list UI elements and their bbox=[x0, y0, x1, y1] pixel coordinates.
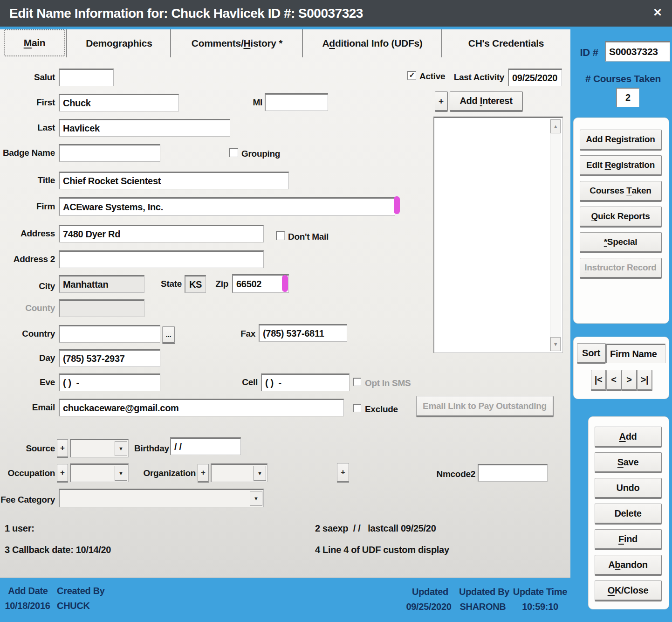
nmcode2-field[interactable] bbox=[478, 464, 548, 482]
window-title: Edit Name Information for: Chuck Havlice… bbox=[9, 6, 363, 21]
save-button[interactable]: Save bbox=[595, 452, 662, 473]
add-button[interactable]: Add bbox=[595, 427, 662, 448]
updated-value: 09/25/2020 bbox=[405, 601, 453, 612]
source-plus-button[interactable]: + bbox=[57, 439, 68, 458]
opt-in-sms-checkbox[interactable] bbox=[353, 378, 361, 386]
organization-dropdown[interactable]: ▼ bbox=[211, 463, 267, 482]
country-field[interactable] bbox=[59, 325, 160, 343]
county-field[interactable] bbox=[59, 299, 144, 317]
instructor-record-button[interactable]: Instructor Record bbox=[580, 258, 662, 279]
created-by-value: CHUCK bbox=[57, 601, 103, 611]
tab-comments-history[interactable]: Comments/History * bbox=[170, 29, 303, 57]
abandon-button[interactable]: Abandon bbox=[595, 555, 662, 576]
update-time-value: 10:59:10 bbox=[518, 601, 562, 612]
active-checkbox[interactable]: ✓ bbox=[407, 71, 416, 80]
add-registration-button[interactable]: Add Registration bbox=[580, 130, 662, 151]
find-button[interactable]: Find bbox=[595, 529, 662, 550]
updated-label: Updated bbox=[410, 587, 450, 597]
extra-plus-button[interactable]: + bbox=[337, 463, 349, 483]
salut-label: Salut bbox=[0, 72, 55, 83]
tab-demographics[interactable]: Demographics bbox=[66, 29, 171, 57]
exclude-checkbox[interactable] bbox=[353, 404, 361, 412]
cell-phone-field[interactable]: ( ) - bbox=[261, 373, 350, 391]
main-panel: Main Demographics Comments/History * Add… bbox=[0, 29, 570, 578]
fax-field[interactable]: (785) 537-6811 bbox=[259, 324, 347, 342]
interest-listbox[interactable]: ▲ ▼ bbox=[433, 117, 563, 353]
tab-main[interactable]: Main bbox=[4, 29, 65, 56]
mi-field[interactable] bbox=[265, 93, 328, 111]
fee-category-label: Fee Category bbox=[0, 495, 55, 505]
source-dropdown[interactable]: ▼ bbox=[70, 439, 129, 457]
dropdown-arrow-icon[interactable]: ▼ bbox=[115, 441, 127, 456]
state-label: State bbox=[154, 279, 182, 289]
source-label: Source bbox=[0, 443, 55, 454]
window-titlebar: Edit Name Information for: Chuck Havlice… bbox=[0, 0, 672, 27]
eve-label: Eve bbox=[0, 377, 55, 387]
birthday-field[interactable]: / / bbox=[170, 437, 241, 455]
organization-plus-button[interactable]: + bbox=[198, 464, 209, 483]
last-activity-field[interactable]: 09/25/2020 bbox=[508, 69, 562, 86]
active-label: Active bbox=[419, 71, 452, 82]
address-label: Address bbox=[0, 228, 55, 239]
salut-field[interactable] bbox=[59, 69, 114, 86]
address2-field[interactable] bbox=[59, 250, 264, 268]
fee-category-dropdown[interactable]: ▼ bbox=[59, 489, 264, 507]
quick-reports-button[interactable]: Quick Reports bbox=[580, 207, 662, 228]
county-label: County bbox=[0, 303, 55, 313]
close-icon[interactable]: ✕ bbox=[649, 4, 666, 21]
zip-field[interactable]: 66502 bbox=[232, 274, 289, 293]
state-field[interactable]: KS bbox=[185, 275, 206, 293]
update-time-label: Update Time bbox=[513, 587, 568, 597]
nav-first-button[interactable]: |< bbox=[591, 370, 606, 391]
scroll-down-icon[interactable]: ▼ bbox=[550, 337, 561, 351]
city-field[interactable]: Manhattan bbox=[59, 275, 144, 293]
nav-last-button[interactable]: >| bbox=[637, 370, 652, 391]
undo-button[interactable]: Undo bbox=[595, 478, 662, 499]
occupation-plus-button[interactable]: + bbox=[57, 464, 68, 483]
dropdown-arrow-icon[interactable]: ▼ bbox=[115, 466, 127, 481]
tab-additional-info[interactable]: Additional Info (UDFs) bbox=[302, 29, 442, 57]
delete-button[interactable]: Delete bbox=[595, 504, 662, 525]
updated-by-label: Updated By bbox=[459, 587, 509, 597]
nav-prev-button[interactable]: < bbox=[606, 370, 622, 391]
edit-registration-button[interactable]: Edit Registration bbox=[580, 155, 662, 176]
last-field[interactable]: Havlicek bbox=[59, 119, 230, 137]
grouping-label: Grouping bbox=[241, 149, 293, 159]
email-label: Email bbox=[0, 402, 55, 413]
dropdown-arrow-icon[interactable]: ▼ bbox=[254, 466, 266, 481]
day-phone-field[interactable]: (785) 537-2937 bbox=[59, 349, 160, 367]
ok-close-button[interactable]: OK/Close bbox=[595, 581, 662, 601]
eve-phone-field[interactable]: ( ) - bbox=[59, 373, 160, 391]
text-cursor-firm bbox=[394, 196, 400, 214]
title-label: Title bbox=[0, 175, 55, 186]
grouping-checkbox[interactable] bbox=[229, 148, 238, 157]
sort-order-field[interactable]: Firm Name bbox=[606, 344, 665, 363]
interest-plus-button[interactable]: + bbox=[435, 91, 448, 112]
address-field[interactable]: 7480 Dyer Rd bbox=[59, 225, 264, 242]
courses-taken-count: 2 bbox=[616, 88, 639, 107]
badge-name-field[interactable] bbox=[59, 144, 160, 162]
firm-label: Firm bbox=[0, 201, 55, 212]
id-field[interactable]: S00037323 bbox=[605, 41, 670, 62]
country-browse-button[interactable]: ... bbox=[162, 326, 175, 344]
dont-mail-checkbox[interactable] bbox=[276, 231, 285, 240]
dont-mail-label: Don't Mail bbox=[288, 232, 344, 242]
add-interest-button[interactable]: Add Interest bbox=[450, 91, 523, 112]
courses-taken-button[interactable]: Courses Taken bbox=[580, 181, 662, 202]
dropdown-arrow-icon[interactable]: ▼ bbox=[250, 491, 262, 506]
firm-field[interactable]: ACEware Systems, Inc. bbox=[59, 197, 395, 216]
country-label: Country bbox=[0, 329, 55, 339]
status-line-2: 2 saexp / / lastcall 09/25/20 bbox=[315, 523, 436, 534]
occupation-dropdown[interactable]: ▼ bbox=[70, 463, 129, 482]
tab-credentials[interactable]: CH's Credentials bbox=[441, 29, 570, 57]
email-field[interactable]: chuckaceware@gmail.com bbox=[59, 399, 344, 416]
title-field[interactable]: Chief Rocket Scientest bbox=[59, 172, 289, 189]
badge-name-label: Badge Name bbox=[0, 148, 55, 158]
special-button[interactable]: *Special bbox=[580, 232, 662, 253]
created-by-label: Created By bbox=[57, 586, 103, 596]
nav-next-button[interactable]: > bbox=[622, 370, 637, 391]
scroll-up-icon[interactable]: ▲ bbox=[550, 119, 561, 133]
first-label: First bbox=[0, 97, 55, 108]
email-link-pay-button[interactable]: Email Link to Pay Outstanding bbox=[416, 396, 554, 417]
first-field[interactable]: Chuck bbox=[59, 94, 179, 111]
